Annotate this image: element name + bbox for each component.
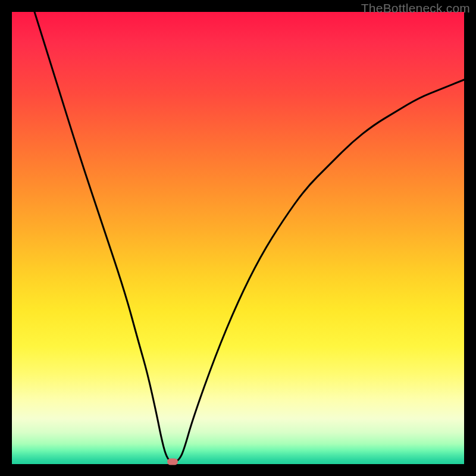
minimum-marker <box>167 459 178 465</box>
chart-container: TheBottleneck.com <box>0 0 476 476</box>
plot-area <box>12 12 464 464</box>
watermark-text: TheBottleneck.com <box>361 1 470 15</box>
bottleneck-curve <box>12 12 464 464</box>
